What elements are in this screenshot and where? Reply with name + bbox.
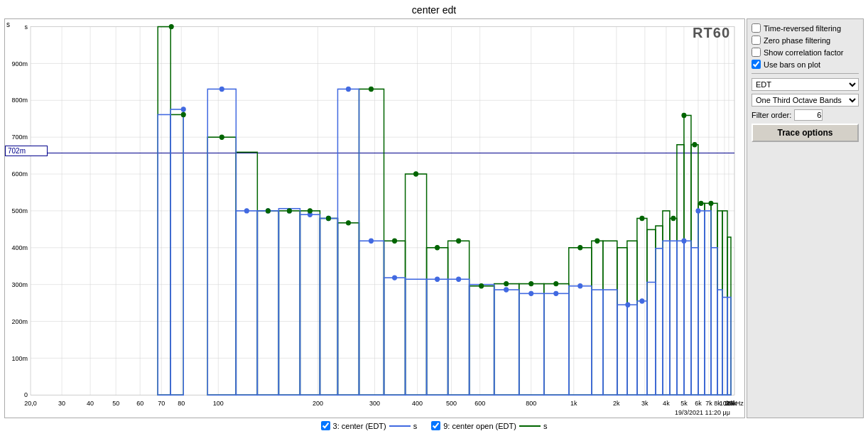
svg-text:100m: 100m bbox=[11, 354, 28, 361]
svg-text:20,0: 20,0 bbox=[24, 400, 37, 407]
svg-text:30: 30 bbox=[58, 400, 65, 407]
svg-point-182 bbox=[504, 281, 509, 285]
svg-point-186 bbox=[595, 239, 600, 243]
use-bars-row: Use bars on plot bbox=[752, 60, 859, 69]
svg-text:4k: 4k bbox=[663, 400, 670, 407]
svg-point-168 bbox=[169, 24, 173, 28]
use-bars-checkbox[interactable] bbox=[752, 60, 761, 69]
chart-area: s RT60 702m bbox=[4, 18, 745, 418]
bands-select[interactable]: One Third Octave Bands Octave Bands bbox=[752, 94, 859, 107]
svg-text:70: 70 bbox=[158, 400, 165, 407]
controls-panel: Time-reversed filtering Zero phase filte… bbox=[747, 18, 864, 418]
svg-point-162 bbox=[554, 291, 558, 295]
legend-label-1: 3: center (EDT) bbox=[333, 422, 386, 430]
svg-text:800m: 800m bbox=[11, 97, 28, 104]
legend-unit-2: s bbox=[543, 422, 548, 430]
svg-point-167 bbox=[696, 209, 700, 213]
svg-text:400m: 400m bbox=[11, 244, 28, 251]
svg-point-181 bbox=[479, 284, 484, 288]
svg-point-160 bbox=[504, 288, 509, 292]
svg-text:0: 0 bbox=[24, 391, 28, 398]
svg-point-185 bbox=[578, 246, 582, 250]
svg-text:800: 800 bbox=[526, 400, 536, 407]
marker-702m: 702m bbox=[5, 146, 48, 156]
svg-text:1k: 1k bbox=[570, 400, 577, 407]
legend-unit-1: s bbox=[413, 422, 418, 430]
zero-phase-checkbox[interactable] bbox=[752, 36, 761, 45]
use-bars-label: Use bars on plot bbox=[764, 60, 820, 69]
svg-point-176 bbox=[369, 87, 373, 91]
svg-text:700m: 700m bbox=[11, 133, 28, 141]
zero-phase-row: Zero phase filtering bbox=[752, 36, 859, 45]
svg-text:5k: 5k bbox=[680, 400, 688, 407]
svg-point-164 bbox=[626, 303, 630, 307]
svg-point-179 bbox=[435, 246, 440, 250]
svg-text:7k: 7k bbox=[705, 400, 712, 407]
svg-point-184 bbox=[554, 281, 558, 285]
svg-text:19/3/2021 11:20 μμ: 19/3/2021 11:20 μμ bbox=[675, 409, 730, 416]
svg-point-178 bbox=[414, 172, 418, 176]
svg-text:500: 500 bbox=[446, 400, 457, 407]
svg-text:100: 100 bbox=[213, 400, 224, 407]
svg-text:600: 600 bbox=[474, 400, 485, 407]
svg-text:300m: 300m bbox=[11, 281, 28, 288]
svg-point-157 bbox=[393, 276, 397, 280]
svg-text:900m: 900m bbox=[11, 60, 28, 67]
y-axis-unit: s bbox=[6, 21, 10, 28]
edt-select[interactable]: EDT T20 T30 T60 bbox=[752, 78, 859, 91]
chart-title: center edt bbox=[4, 4, 864, 16]
time-reversed-row: Time-reversed filtering bbox=[752, 23, 859, 33]
trace-options-button[interactable]: Trace options bbox=[752, 124, 859, 142]
separator-1 bbox=[752, 73, 859, 74]
svg-point-192 bbox=[709, 201, 713, 205]
svg-text:600m: 600m bbox=[11, 170, 28, 178]
svg-point-159 bbox=[457, 277, 461, 281]
svg-text:50: 50 bbox=[112, 400, 119, 407]
time-reversed-checkbox[interactable] bbox=[752, 23, 761, 33]
svg-text:300: 300 bbox=[369, 400, 380, 407]
svg-text:80: 80 bbox=[178, 400, 185, 407]
filter-order-input[interactable] bbox=[794, 109, 823, 121]
bands-select-row: One Third Octave Bands Octave Bands bbox=[752, 94, 859, 107]
svg-text:3k: 3k bbox=[641, 400, 649, 407]
chart-svg: 0 100m 200m 300m 400m 500m 600m 700m 800… bbox=[5, 19, 744, 418]
legend-checkbox-1[interactable] bbox=[321, 421, 330, 430]
svg-point-158 bbox=[435, 277, 440, 281]
legend-item-2: 9: center open (EDT) s bbox=[431, 421, 547, 430]
show-correlation-row: Show correlation factor bbox=[752, 48, 859, 57]
svg-text:6k: 6k bbox=[695, 400, 702, 407]
rt60-label: RT60 bbox=[693, 25, 730, 41]
svg-point-180 bbox=[457, 239, 461, 243]
svg-text:400: 400 bbox=[412, 400, 423, 407]
svg-point-172 bbox=[287, 209, 291, 213]
svg-point-148 bbox=[181, 107, 185, 111]
svg-text:20kHz: 20kHz bbox=[725, 400, 744, 407]
chart-and-controls: s RT60 702m bbox=[4, 18, 864, 418]
svg-point-177 bbox=[393, 239, 397, 243]
legend-checkbox-2[interactable] bbox=[431, 421, 440, 430]
svg-point-155 bbox=[346, 87, 350, 91]
svg-point-166 bbox=[682, 239, 686, 243]
svg-point-170 bbox=[219, 135, 224, 139]
svg-point-161 bbox=[529, 291, 533, 295]
edt-select-row: EDT T20 T30 T60 bbox=[752, 78, 859, 91]
filter-order-label: Filter order: bbox=[752, 111, 791, 119]
svg-point-187 bbox=[640, 216, 644, 220]
svg-point-189 bbox=[682, 113, 686, 117]
svg-text:200m: 200m bbox=[11, 317, 28, 325]
svg-point-163 bbox=[578, 284, 582, 288]
svg-text:s: s bbox=[25, 23, 28, 31]
svg-point-150 bbox=[244, 209, 249, 213]
svg-text:500m: 500m bbox=[11, 207, 28, 214]
show-correlation-checkbox[interactable] bbox=[752, 48, 761, 57]
svg-point-156 bbox=[369, 239, 373, 243]
svg-point-165 bbox=[640, 299, 644, 303]
show-correlation-label: Show correlation factor bbox=[764, 48, 844, 57]
svg-text:60: 60 bbox=[136, 400, 143, 407]
time-reversed-label: Time-reversed filtering bbox=[764, 24, 841, 33]
zero-phase-label: Zero phase filtering bbox=[764, 36, 830, 45]
svg-point-169 bbox=[181, 112, 185, 116]
svg-point-171 bbox=[266, 209, 270, 213]
svg-point-190 bbox=[693, 143, 697, 147]
svg-point-174 bbox=[326, 216, 330, 220]
